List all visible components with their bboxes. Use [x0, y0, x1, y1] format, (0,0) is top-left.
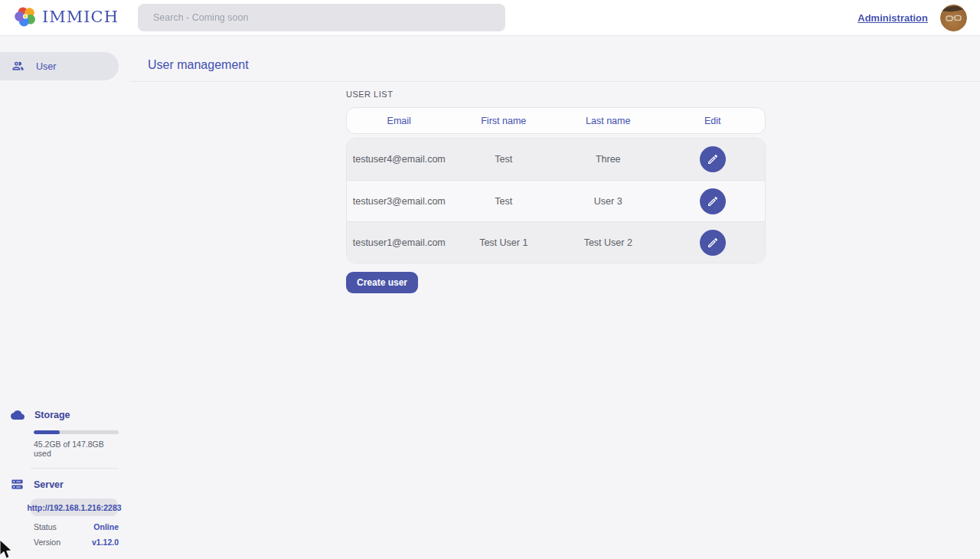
- sidebar: User Storage 45.2GB of 147.8GB used: [0, 36, 130, 559]
- page-title: User management: [148, 58, 249, 72]
- status-label: Status: [34, 522, 57, 531]
- cell-first-name: Test: [452, 196, 557, 207]
- storage-progress-bar: [34, 430, 119, 434]
- sidebar-divider: [31, 468, 119, 469]
- cell-email: testuser1@email.com: [347, 237, 452, 248]
- cell-first-name: Test User 1: [452, 237, 557, 248]
- logo-wordmark: IMMICH: [42, 8, 119, 26]
- cell-first-name: Test: [452, 154, 557, 165]
- server-status-row: Status Online: [34, 522, 119, 531]
- column-header-email: Email: [347, 116, 452, 126]
- table-header-row: Email First name Last name Edit: [346, 107, 766, 134]
- status-value: Online: [93, 522, 119, 531]
- users-icon: [11, 60, 24, 73]
- edit-user-button[interactable]: [700, 230, 726, 256]
- section-label: USER LIST: [346, 90, 766, 99]
- cell-last-name: Test User 2: [556, 237, 661, 248]
- storage-title: Storage: [34, 410, 70, 420]
- server-icon: [11, 478, 24, 491]
- pencil-icon: [707, 195, 719, 208]
- table-body: testuser4@email.com Test Three testuser3…: [346, 138, 766, 263]
- administration-link[interactable]: Administration: [858, 12, 928, 24]
- user-list-section: USER LIST Email First name Last name Edi…: [346, 90, 766, 293]
- immich-flower-icon: [15, 5, 37, 28]
- header-right-group: Administration: [858, 0, 967, 35]
- sidebar-item-label: User: [36, 61, 56, 72]
- edit-user-button[interactable]: [700, 188, 726, 214]
- search-input[interactable]: [138, 4, 505, 31]
- pencil-icon: [707, 237, 719, 249]
- table-row: testuser1@email.com Test User 1 Test Use…: [347, 221, 765, 263]
- server-heading: Server: [11, 478, 119, 491]
- cell-email: testuser4@email.com: [347, 154, 452, 165]
- table-row: testuser3@email.com Test User 3: [347, 180, 765, 221]
- sidebar-status-panel: Storage 45.2GB of 147.8GB used Server: [0, 408, 130, 559]
- table-row: testuser4@email.com Test Three: [347, 139, 765, 180]
- pencil-icon: [707, 153, 719, 165]
- create-user-button[interactable]: Create user: [346, 272, 418, 293]
- cell-last-name: User 3: [556, 196, 661, 207]
- avatar-photo: [940, 5, 967, 31]
- edit-user-button[interactable]: [700, 146, 726, 172]
- column-header-last-name: Last name: [556, 116, 661, 126]
- column-header-edit: Edit: [661, 116, 766, 126]
- main-content: User management USER LIST Email First na…: [130, 36, 980, 559]
- app-logo[interactable]: IMMICH: [15, 5, 119, 28]
- server-url-badge: http://192.168.1.216:2283: [31, 499, 118, 516]
- cloud-icon: [11, 408, 24, 422]
- storage-progress-fill: [34, 430, 60, 434]
- cell-email: testuser3@email.com: [347, 196, 452, 207]
- storage-heading: Storage: [11, 408, 119, 422]
- storage-usage-text: 45.2GB of 147.8GB used: [34, 440, 119, 458]
- sidebar-item-user[interactable]: User: [0, 52, 119, 80]
- user-avatar[interactable]: [940, 5, 967, 31]
- title-divider: [130, 81, 980, 82]
- cell-last-name: Three: [556, 154, 661, 165]
- immich-admin-app: IMMICH Administration: [0, 0, 980, 559]
- version-value: v1.12.0: [92, 538, 119, 547]
- version-label: Version: [34, 538, 60, 547]
- server-version-row: Version v1.12.0: [34, 538, 119, 547]
- top-header: IMMICH Administration: [0, 0, 980, 36]
- column-header-first-name: First name: [452, 116, 557, 126]
- server-title: Server: [34, 479, 64, 490]
